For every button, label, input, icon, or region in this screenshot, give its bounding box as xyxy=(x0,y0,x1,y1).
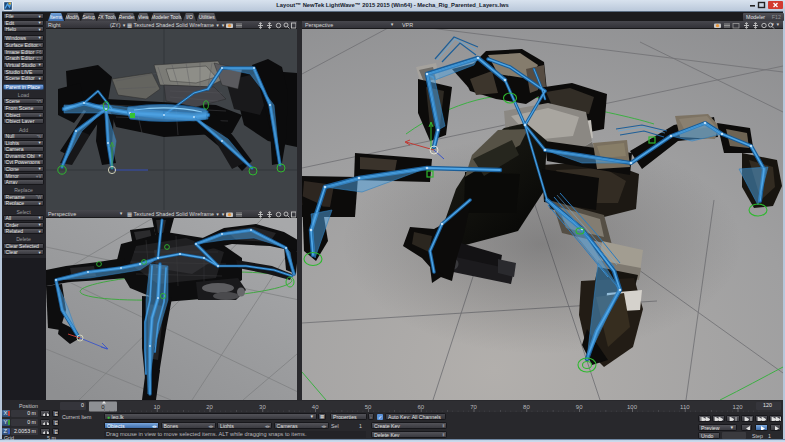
svg-text:20: 20 xyxy=(206,403,213,409)
svg-text:50: 50 xyxy=(365,403,372,409)
svg-text:70: 70 xyxy=(470,403,477,409)
svg-text:120: 120 xyxy=(733,403,744,409)
svg-text:10: 10 xyxy=(153,403,160,409)
svg-text:60: 60 xyxy=(417,403,424,409)
svg-text:90: 90 xyxy=(576,403,583,409)
svg-text:30: 30 xyxy=(259,403,266,409)
svg-text:110: 110 xyxy=(680,403,690,409)
svg-text:40: 40 xyxy=(312,403,319,409)
svg-text:80: 80 xyxy=(523,403,530,409)
svg-text:100: 100 xyxy=(627,403,638,409)
